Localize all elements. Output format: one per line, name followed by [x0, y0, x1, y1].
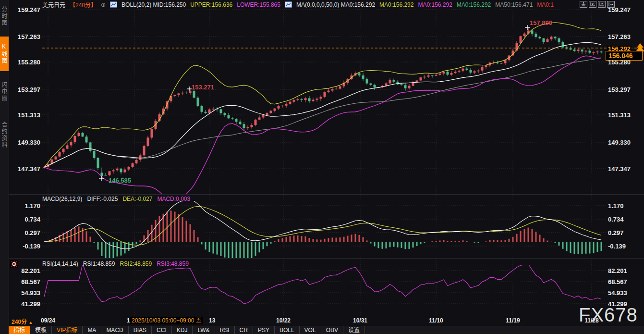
macd-panel-header: MACD(26,12,9) DIFF:-0.025 DEA:-0.027 MAC…: [42, 196, 190, 202]
date-label-partial-left: 1: [127, 317, 130, 324]
toolbar-item-RSI[interactable]: RSI: [215, 326, 235, 334]
toolbar-item-MA[interactable]: MA: [83, 326, 101, 334]
boll-upper-value: UPPER:156.636: [190, 1, 232, 8]
price-axis-label: 147.347: [608, 165, 631, 173]
macd-axis-label: 0.297: [608, 229, 624, 236]
ma50-value: MA50:156.471: [495, 1, 533, 8]
sidebar-item-contract-info[interactable]: 合约资料: [0, 111, 9, 159]
crosshair-date-tooltip: 2025/10/03 05:00~09:00 五: [130, 317, 203, 324]
boll-values: BOLL(20,2) MID:156.250: [122, 1, 186, 8]
price-axis-label: 157.263: [13, 33, 40, 40]
macd-axis-label: 0.297: [13, 229, 40, 236]
rsi3-value: RSI3:48.859: [157, 260, 189, 267]
add-indicator-icon[interactable]: ⊕: [101, 1, 106, 8]
ma-chart-icon[interactable]: [285, 1, 292, 8]
rsi-axis-label: 82.201: [608, 267, 627, 274]
rsi1-value: RSI1:48.859: [83, 260, 115, 267]
toolbar-item-BOLL[interactable]: BOLL: [275, 326, 300, 334]
price-axis-label: 151.313: [608, 111, 631, 119]
price-axis-label: 153.297: [608, 86, 631, 93]
period-label[interactable]: 【240分】: [70, 0, 97, 9]
low-price-label: 146.585: [109, 177, 131, 184]
high-price-label: 157.890: [530, 19, 552, 26]
toolbar-item-CCI[interactable]: CCI: [152, 326, 172, 334]
price-axis-label: 159.247: [608, 6, 631, 13]
sidebar-item-kline-chart[interactable]: K线图: [0, 37, 9, 71]
toolbar-item-VOL[interactable]: VOL: [300, 326, 321, 334]
rsi-axis-label: 82.201: [13, 267, 40, 274]
toolbar-item-PSY[interactable]: PSY: [253, 326, 275, 334]
ma-values: MA(0,0,0,0,50,0) MA0:156.292: [296, 1, 375, 8]
toolbar-item-MACD[interactable]: MACD: [101, 326, 128, 334]
rsi-panel-header: RSI(14,14,14) RSI1:48.859 RSI2:48.859 RS…: [42, 260, 189, 267]
date-label: 10/22: [276, 317, 291, 324]
boll-chart-icon[interactable]: [110, 1, 117, 8]
price-axis-label: 155.280: [13, 59, 40, 66]
rsi-axis-label: 54.933: [13, 289, 40, 297]
toolbar-item-VIP指标[interactable]: VIP指标: [52, 326, 83, 334]
rsi-title: RSI(14,14,14): [42, 260, 78, 267]
ma0-red-value: MA0:1: [537, 1, 554, 8]
toolbar-item-LW&[interactable]: LW&: [193, 326, 215, 334]
sidebar-item-flash-chart[interactable]: 闪电图: [0, 78, 9, 106]
price-axis-label: 157.263: [608, 33, 631, 40]
rsi-axis-label: 68.567: [608, 278, 627, 285]
symbol-label: 美元日元: [42, 0, 65, 9]
macd-axis-label: 1.170: [13, 202, 40, 210]
price-axis-label: 149.330: [608, 139, 631, 146]
toolbar-item-BIAS[interactable]: BIAS: [129, 326, 152, 334]
boll-lower-value: LOWER:155.865: [237, 1, 280, 8]
toolbar-item-模板[interactable]: 模板: [30, 326, 52, 334]
pan-tool-icon[interactable]: [580, 1, 587, 8]
trading-terminal: 分时图 K线图 闪电图 合约资料 美元日元 【240分】 ⊕ BOLL(20,2…: [0, 0, 644, 334]
toolbar-item-CR[interactable]: CR: [235, 326, 253, 334]
chart-type-sidebar: 分时图 K线图 闪电图 合约资料: [0, 0, 9, 334]
rsi-axis-label: 41.299: [13, 300, 40, 308]
chart-header: 美元日元 【240分】 ⊕ BOLL(20,2) MID:156.250 UPP…: [42, 0, 554, 9]
macd-title: MACD(26,12,9): [42, 196, 82, 202]
toolbar-item-设置[interactable]: 设置: [343, 326, 365, 334]
price-axis-label: 149.330: [13, 139, 40, 146]
period-arrow-icon: ▲: [28, 320, 33, 325]
chart-canvas[interactable]: [0, 0, 644, 334]
macd-dea-value: DEA:-0.027: [122, 196, 152, 202]
rsi-axis-label: 68.567: [13, 278, 40, 285]
price-axis-label: 159.247: [13, 6, 40, 13]
date-label: 11/19: [506, 317, 520, 324]
macd-axis-label: 0.734: [608, 216, 624, 223]
price-axis-label: 153.297: [13, 86, 40, 93]
ma0-green-value: MA0:156.292: [457, 1, 491, 8]
macd-axis-label: -0.139: [13, 243, 40, 250]
last-price-tag[interactable]: 156.046: [606, 51, 643, 61]
macd-axis-label: -0.139: [608, 243, 626, 250]
price-axis-label: 151.313: [13, 111, 40, 119]
macd-diff-value: DIFF:-0.025: [87, 196, 118, 202]
date-label-partial-right: 13: [209, 317, 215, 324]
date-label: 10/31: [353, 317, 367, 324]
toolbar-item-KDJ[interactable]: KDJ: [172, 326, 193, 334]
axis-zoom-out-icon[interactable]: [589, 1, 596, 8]
macd-axis-label: 0.734: [13, 216, 40, 223]
sidebar-item-time-chart[interactable]: 分时图: [0, 3, 9, 30]
fx678-watermark: FX678: [579, 304, 638, 326]
rsi-axis-label: 54.933: [608, 289, 627, 297]
price-axis-label: 147.347: [13, 165, 40, 173]
toolbar-item-指标[interactable]: 指标: [9, 326, 30, 334]
date-label: 11/10: [429, 317, 443, 324]
toolbar-item-OBV[interactable]: OBV: [321, 326, 343, 334]
axis-zoom-in-icon[interactable]: [598, 1, 606, 8]
ma0-magenta-value: MA0:156.292: [418, 1, 452, 8]
macd-value: MACD:0.003: [157, 196, 190, 202]
ma0-yellow-value: MA0:156.292: [379, 1, 413, 8]
period-selector[interactable]: 240分 ▲: [12, 317, 33, 325]
indicator-toolbar: 指标模板VIP指标MAMACDBIASCCIKDJLW&RSICRPSYBOLL…: [9, 326, 644, 334]
date-label: 09/24: [41, 317, 55, 324]
rsi2-value: RSI2:48.859: [120, 260, 152, 267]
macd-axis-label: 1.170: [608, 202, 624, 210]
swing-high-label: 153.271: [192, 84, 214, 91]
